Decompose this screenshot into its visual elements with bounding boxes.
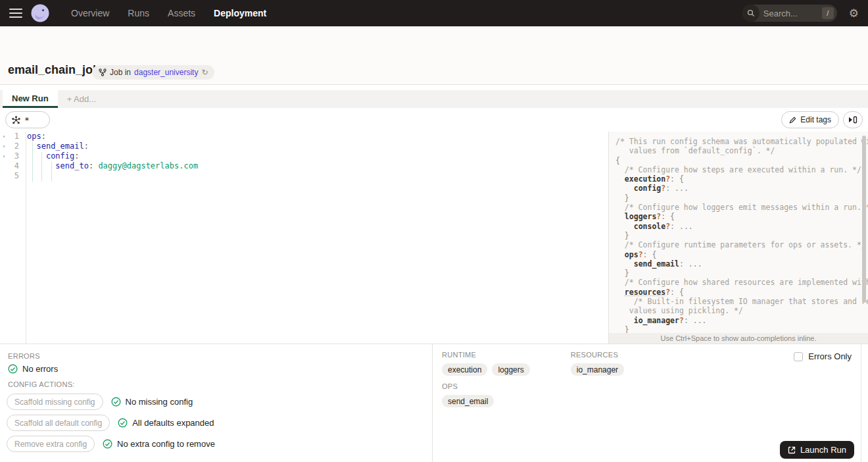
scaffold-missing-config-button[interactable]: Scaffold missing config xyxy=(7,394,103,410)
selector-toolbar: * Edit tags xyxy=(0,108,868,132)
schema-line: /* This run config schema was automatica… xyxy=(615,137,868,146)
nav-deployment[interactable]: Deployment xyxy=(214,8,266,18)
line-number: 1 xyxy=(8,132,22,141)
schema-line: } xyxy=(615,193,868,203)
schema-line: resources?: { xyxy=(615,288,868,297)
run-tab-add[interactable]: + Add... xyxy=(58,90,105,108)
editor-line: ▾1ops: xyxy=(0,132,608,141)
scaffold-all-default-config-button[interactable]: Scaffold all default config xyxy=(7,415,110,431)
action-status: No extra config to remove xyxy=(103,439,215,449)
config-schema-panel: /* This run config schema was automatica… xyxy=(608,132,868,344)
config-editor[interactable]: ▾1ops:▾2 send_email:▾3 config:4 send_to:… xyxy=(0,132,608,344)
schema-line: send_email: ... xyxy=(615,259,868,269)
ops-group: OPS send_email xyxy=(442,382,494,407)
hamburger-menu-icon[interactable] xyxy=(9,9,22,18)
launch-icon xyxy=(788,446,796,454)
check-circle-icon xyxy=(118,418,128,428)
dagster-logo-icon[interactable] xyxy=(30,3,50,23)
editor-line: ▾2 send_email: xyxy=(0,141,608,151)
sections-panel: RUNTIME executionloggers RESOURCES io_ma… xyxy=(433,344,861,462)
schema-line: execution?: { xyxy=(615,174,868,184)
search-box[interactable]: / xyxy=(742,5,837,22)
no-errors-text: No errors xyxy=(22,364,58,374)
check-circle-icon xyxy=(103,439,112,449)
schema-line: values using pickling. */ xyxy=(615,306,868,315)
schema-line: /* Configure how steps are executed with… xyxy=(615,165,868,174)
schema-line: ops?: { xyxy=(615,250,868,259)
errors-only-label: Errors Only xyxy=(808,351,852,361)
launchpad-tab-strip: New Run+ Add... xyxy=(0,90,868,108)
job-repo-badge: Job in dagster_university ↻ xyxy=(92,65,214,80)
job-badge-prefix: Job in xyxy=(110,68,131,77)
errors-only-checkbox[interactable] xyxy=(794,352,803,361)
schema-line: } xyxy=(615,269,868,278)
config-actions-label: CONFIG ACTIONS: xyxy=(8,380,75,388)
play-pane-icon xyxy=(848,116,857,124)
search-icon xyxy=(742,5,760,22)
config-action-row: Scaffold all default configAll defaults … xyxy=(7,415,215,431)
schema-line: /* Configure runtime parameters for ops … xyxy=(615,240,868,249)
search-input[interactable] xyxy=(763,9,815,18)
fold-gutter xyxy=(0,171,8,181)
fold-arrow-icon[interactable]: ▾ xyxy=(0,132,8,141)
gutter-divider xyxy=(26,132,26,344)
toggle-config-pane-button[interactable] xyxy=(843,111,863,128)
code-text: send_to: daggy@dagsterlabs.com xyxy=(22,161,198,171)
schema-line: console?: ... xyxy=(615,222,868,231)
launch-run-button[interactable]: Launch Run xyxy=(780,441,854,459)
action-status: All defaults expanded xyxy=(118,418,214,428)
schema-line: loggers?: { xyxy=(615,212,868,221)
no-errors-status: No errors xyxy=(8,364,58,374)
remove-extra-config-button[interactable]: Remove extra config xyxy=(7,436,95,452)
tag-send-email[interactable]: send_email xyxy=(442,395,494,407)
nav-runs[interactable]: Runs xyxy=(128,8,149,18)
op-graph-icon xyxy=(12,116,20,124)
action-status-text: No extra config to remove xyxy=(117,439,215,449)
nav-overview[interactable]: Overview xyxy=(71,8,109,18)
config-action-row: Remove extra configNo extra config to re… xyxy=(7,436,215,452)
line-number: 2 xyxy=(8,141,22,151)
top-nav-bar: OverviewRunsAssetsDeployment / ⚙ xyxy=(0,0,868,26)
gear-icon[interactable]: ⚙ xyxy=(849,8,859,19)
edit-tags-label: Edit tags xyxy=(800,115,831,124)
indent-guide xyxy=(41,152,42,182)
launchpad-footer: ERRORS No errors CONFIG ACTIONS: Scaffol… xyxy=(0,344,868,462)
schema-line: /* Built-in filesystem IO manager that s… xyxy=(615,297,868,306)
schema-line: values from `default_config`. */ xyxy=(615,146,868,155)
job-graph-icon xyxy=(99,68,107,76)
fold-arrow-icon[interactable]: ▾ xyxy=(0,141,8,151)
config-action-row: Scaffold missing configNo missing config xyxy=(7,394,215,410)
refresh-icon[interactable]: ↻ xyxy=(201,68,208,77)
op-selector-value: * xyxy=(24,115,30,125)
schema-line: /* Configure how loggers emit messages w… xyxy=(615,203,868,212)
action-status-text: All defaults expanded xyxy=(132,418,214,428)
editor-line: ▾3 config: xyxy=(0,151,608,161)
indent-guide xyxy=(51,162,52,182)
schema-line: io_manager?: ... xyxy=(615,316,868,325)
resources-group: RESOURCES io_manager xyxy=(571,351,624,376)
repo-link[interactable]: dagster_university xyxy=(134,68,198,77)
line-number: 5 xyxy=(8,171,22,181)
action-status-text: No missing config xyxy=(126,397,193,407)
fold-gutter xyxy=(0,161,8,171)
search-shortcut-badge: / xyxy=(822,7,834,19)
edit-tags-button[interactable]: Edit tags xyxy=(781,111,839,128)
errors-and-actions-panel: ERRORS No errors CONFIG ACTIONS: Scaffol… xyxy=(0,344,433,462)
check-circle-icon xyxy=(111,397,121,407)
schema-scrollbar[interactable] xyxy=(862,136,866,303)
runtime-label: RUNTIME xyxy=(442,351,530,359)
runtime-group: RUNTIME executionloggers xyxy=(442,351,530,376)
tag-io-manager[interactable]: io_manager xyxy=(571,363,624,376)
check-circle-icon xyxy=(8,364,18,374)
fold-arrow-icon[interactable]: ▾ xyxy=(0,151,8,161)
nav-assets[interactable]: Assets xyxy=(168,8,195,18)
tag-execution[interactable]: execution xyxy=(442,363,487,376)
action-status: No missing config xyxy=(111,397,193,407)
schema-line: { xyxy=(615,156,868,165)
indent-guide xyxy=(32,142,33,182)
autocomplete-hint: Use Ctrl+Space to show auto-completions … xyxy=(609,333,868,344)
tag-loggers[interactable]: loggers xyxy=(492,363,529,376)
schema-line: config?: ... xyxy=(615,184,868,193)
run-tab-new-run[interactable]: New Run xyxy=(3,90,58,108)
op-selector-input[interactable]: * xyxy=(5,111,50,128)
